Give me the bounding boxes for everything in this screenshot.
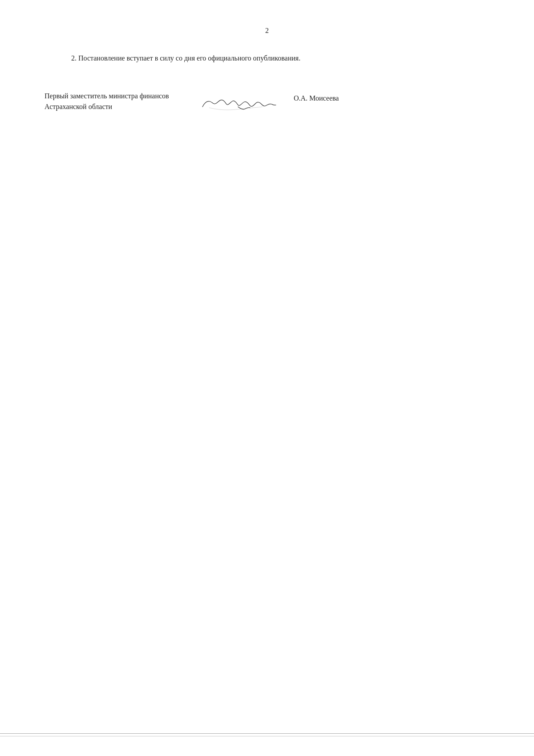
bottom-line	[0, 733, 534, 734]
page-number: 2	[44, 27, 490, 35]
signature-svg	[200, 94, 280, 112]
signature-title: Первый заместитель министра финансов Аст…	[44, 91, 196, 112]
signature-name: О.А. Моисеева	[294, 94, 339, 102]
paragraph-2: 2. Постановление вступает в силу со дня …	[44, 53, 490, 64]
signature-image	[196, 94, 285, 112]
signature-block: Первый заместитель министра финансов Аст…	[44, 91, 490, 112]
document-page: 2 2. Постановление вступает в силу со дн…	[0, 0, 534, 756]
bottom-secondary-line	[0, 736, 534, 736]
